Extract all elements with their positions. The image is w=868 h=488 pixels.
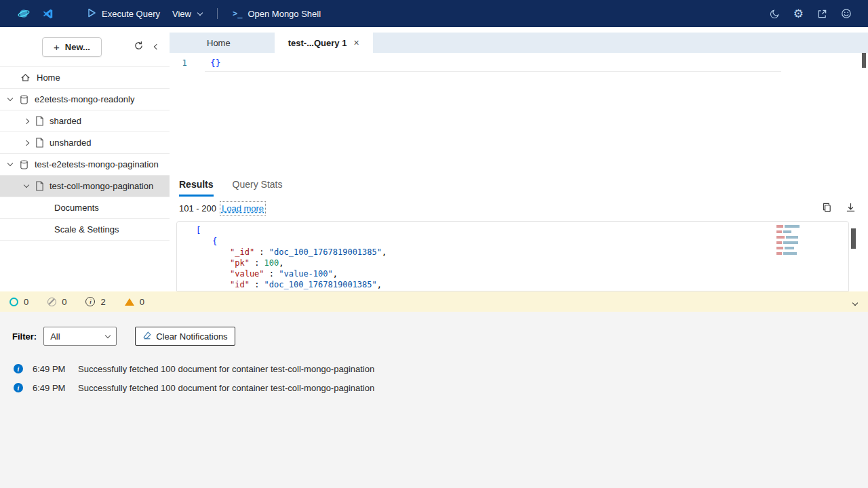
copy-icon[interactable] bbox=[822, 202, 832, 215]
database-icon bbox=[19, 159, 29, 170]
warning-icon bbox=[125, 298, 134, 306]
warning-count: 0 bbox=[125, 297, 144, 307]
tree-item-label: unsharded bbox=[50, 138, 91, 148]
result-range-label: 101 - 200 bbox=[179, 203, 216, 214]
filter-select-value: All bbox=[50, 331, 60, 342]
info-count: i 2 bbox=[85, 297, 105, 307]
chevron-down-icon bbox=[197, 9, 203, 15]
tree-item-collection[interactable]: unsharded bbox=[0, 132, 170, 154]
plus-icon: + bbox=[54, 41, 60, 53]
open-mongo-shell-button[interactable]: >_ Open Mongo Shell bbox=[233, 9, 321, 19]
close-icon[interactable]: × bbox=[353, 37, 359, 48]
notification-list: i 6:49 PM Successfully fetched 100 docum… bbox=[0, 359, 868, 397]
notification-row: i 6:49 PM Successfully fetched 100 docum… bbox=[0, 359, 868, 378]
tree-item-documents[interactable]: Documents bbox=[0, 197, 170, 219]
minimap[interactable] bbox=[776, 225, 804, 255]
results-pane: Results Query Stats 101 - 200 Load more … bbox=[170, 173, 868, 291]
theme-toggle-icon[interactable] bbox=[770, 9, 780, 19]
execute-query-button[interactable]: Execute Query bbox=[87, 8, 160, 20]
view-menu-button[interactable]: View bbox=[172, 9, 202, 19]
play-icon bbox=[87, 8, 96, 20]
tab-home[interactable]: Home bbox=[193, 33, 244, 53]
info-icon: i bbox=[14, 364, 23, 373]
results-scrollbar-thumb[interactable] bbox=[851, 228, 856, 249]
filter-label: Filter: bbox=[12, 331, 37, 342]
tree-item-label: test-coll-mongo-pagination bbox=[50, 181, 153, 191]
sidebar-item-home[interactable]: Home bbox=[0, 67, 170, 89]
clear-notifications-label: Clear Notifications bbox=[156, 331, 228, 342]
new-button-label: New... bbox=[65, 42, 90, 52]
editor-scrollbar-thumb[interactable] bbox=[862, 53, 866, 68]
json-line: "_id" : "doc_100_1767819001385", bbox=[177, 247, 848, 258]
resource-tree: Home e2etests-mongo-readonly sharded bbox=[0, 66, 170, 241]
resource-tree-sidebar: + New... Home e2e bbox=[0, 27, 170, 291]
tree-item-label: Home bbox=[37, 73, 60, 83]
tree-item-label: Scale & Settings bbox=[54, 224, 119, 235]
info-icon: i bbox=[14, 383, 23, 392]
chevron-right-icon[interactable] bbox=[23, 119, 30, 123]
collapse-sidebar-icon[interactable] bbox=[154, 44, 159, 49]
tree-item-label: Documents bbox=[54, 203, 99, 213]
query-text: {} bbox=[210, 58, 221, 68]
tree-item-label: sharded bbox=[50, 116, 81, 126]
notification-time: 6:49 PM bbox=[33, 364, 75, 374]
tree-item-database[interactable]: test-e2etests-mongo-pagination bbox=[0, 154, 170, 176]
chevron-down-icon[interactable] bbox=[7, 98, 14, 100]
new-button[interactable]: + New... bbox=[42, 37, 102, 57]
line-number: 1 bbox=[170, 58, 199, 68]
execute-query-label: Execute Query bbox=[102, 9, 160, 19]
tab-label: Home bbox=[207, 38, 231, 48]
collapse-console-icon[interactable] bbox=[853, 297, 857, 307]
chevron-down-icon[interactable] bbox=[23, 185, 30, 187]
notification-message: Successfully fetched 100 document for co… bbox=[78, 383, 374, 393]
view-label: View bbox=[172, 9, 191, 19]
load-more-link[interactable]: Load more bbox=[222, 203, 264, 214]
json-bracket: { bbox=[212, 237, 217, 246]
tab-query-active[interactable]: test-...Query 1 × bbox=[275, 33, 373, 53]
vscode-icon[interactable] bbox=[42, 8, 54, 20]
download-icon[interactable] bbox=[846, 202, 856, 215]
shell-icon: >_ bbox=[233, 9, 242, 18]
cosmosdb-logo-icon[interactable] bbox=[18, 7, 30, 20]
notification-console: 0 0 i 2 0 Filter: All bbox=[0, 291, 868, 488]
console-status-bar[interactable]: 0 0 i 2 0 bbox=[0, 291, 868, 312]
tree-item-database[interactable]: e2etests-mongo-readonly bbox=[0, 89, 170, 110]
loading-icon bbox=[9, 298, 18, 306]
collection-icon bbox=[35, 181, 44, 191]
query-editor[interactable]: 1 {} bbox=[170, 53, 868, 173]
tree-item-scale-settings[interactable]: Scale & Settings bbox=[0, 219, 170, 241]
database-icon bbox=[19, 94, 29, 105]
home-icon bbox=[20, 73, 31, 83]
toolbar-divider bbox=[217, 8, 218, 19]
clear-icon bbox=[142, 331, 152, 342]
notification-row: i 6:49 PM Successfully fetched 100 docum… bbox=[0, 378, 868, 397]
app-window: Execute Query View >_ Open Mongo Shell ⚙ bbox=[0, 0, 868, 488]
tab-query-stats[interactable]: Query Stats bbox=[233, 179, 283, 197]
collection-icon bbox=[35, 138, 44, 148]
tree-item-collection[interactable]: sharded bbox=[0, 110, 170, 132]
tab-results[interactable]: Results bbox=[179, 179, 214, 197]
results-json-viewer[interactable]: [ { "_id" : "doc_100_1767819001385", "pk… bbox=[176, 221, 849, 291]
collection-icon bbox=[35, 116, 44, 126]
error-count: 0 bbox=[47, 297, 66, 307]
tab-bar: Home test-...Query 1 × bbox=[170, 33, 868, 53]
tab-label: test-...Query 1 bbox=[288, 38, 347, 48]
info-icon: i bbox=[85, 297, 95, 306]
error-icon bbox=[47, 298, 56, 306]
feedback-smiley-icon[interactable] bbox=[841, 8, 852, 19]
json-line: "value" : "value-100", bbox=[177, 268, 848, 279]
chevron-down-icon[interactable] bbox=[7, 163, 14, 165]
main-content: Home test-...Query 1 × 1 {} Results Quer… bbox=[170, 27, 868, 291]
clear-notifications-button[interactable]: Clear Notifications bbox=[135, 327, 235, 346]
loading-count: 0 bbox=[9, 297, 28, 307]
open-in-new-window-icon[interactable] bbox=[817, 9, 827, 19]
open-mongo-shell-label: Open Mongo Shell bbox=[248, 9, 321, 19]
chevron-right-icon[interactable] bbox=[23, 141, 30, 145]
tree-item-collection-selected[interactable]: test-coll-mongo-pagination bbox=[0, 176, 170, 197]
filter-select[interactable]: All bbox=[43, 327, 117, 346]
refresh-icon[interactable] bbox=[134, 41, 144, 54]
settings-gear-icon[interactable]: ⚙ bbox=[793, 8, 804, 20]
notification-time: 6:49 PM bbox=[33, 383, 75, 393]
chevron-down-icon bbox=[105, 332, 111, 338]
json-line: "pk" : 100, bbox=[177, 258, 848, 268]
